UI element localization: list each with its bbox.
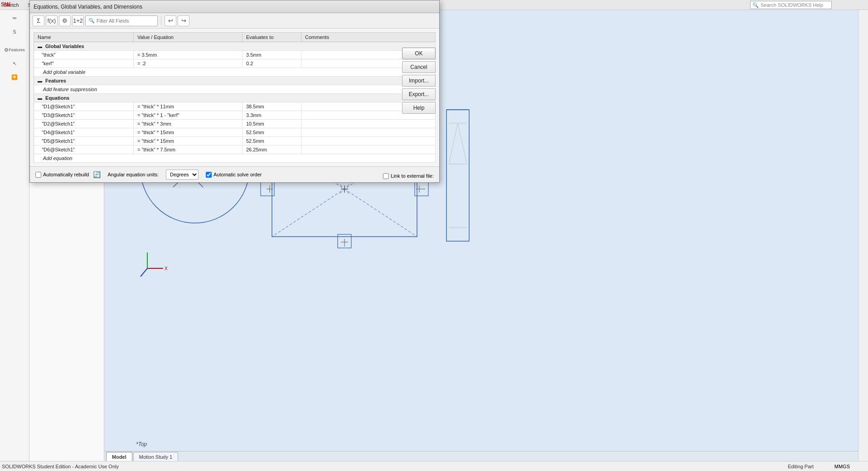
cell-d1-eq: = "thick" * 11mm [134,102,242,111]
collapse-global-icon: ▬ [38,44,42,49]
export-button[interactable]: Export... [402,88,436,100]
tab-bar: Model Motion Study 1 [104,451,858,461]
dialog-title: Equations, Global Variables, and Dimensi… [34,4,436,10]
filter-field[interactable]: 🔍 Filter All Fields [85,15,158,26]
section-global-vars: ▬ Global Variables [34,42,436,51]
toolbar-btn-sigma[interactable]: Σ [33,15,44,26]
svg-line-33 [458,123,467,164]
features-label: Features [9,48,25,52]
cell-d2-eval: 10.5mm [242,120,301,128]
dialog-toolbar: Σ f(x) ⚙ 1+2 🔍 Filter All Fields ↩ ↪ [30,13,439,29]
row-d2sketch1[interactable]: "D2@Sketch1" = "thick" * 3mm 10.5mm [34,120,436,128]
toolbar-redo[interactable]: ↪ [178,15,189,26]
cell-d6-eq: = "thick" * 7.5mm [134,146,242,154]
auto-solve-checkbox-label[interactable]: Automatic solve order [206,172,262,178]
left-sidebar: ✏ S ⚙ Features ↖ 🔽 [0,10,29,461]
cell-d1-name: "D1@Sketch1" [34,102,134,111]
search-box[interactable]: 🔍 Search SOLIDWORKS Help [750,1,832,9]
cell-d4-eq: = "thick" * 15mm [134,128,242,137]
col-equation: Value / Equation [134,33,242,42]
toolbar-btn-12[interactable]: 1+2 [72,15,84,26]
section-global-label: Global Variables [45,44,84,49]
rebuild-icon: 🔄 [93,171,101,178]
cell-d3-name: "D3@Sketch1" [34,111,134,120]
add-global-row[interactable]: Add global variable [34,68,436,77]
link-external-label[interactable]: Link to external file: [383,173,434,179]
sidebar-features[interactable]: ⚙ Features [5,44,24,56]
cell-kerf-eval: 0.2 [242,59,301,68]
add-feature-label: Add feature suppression [43,87,97,92]
cell-d1-eval: 38.5mm [242,102,301,111]
row-d1sketch1[interactable]: "D1@Sketch1" = "thick" * 11mm 38.5mm [34,102,436,111]
cell-d2-name: "D2@Sketch1" [34,120,134,128]
editing-status: Editing Part [788,464,814,469]
cell-thick-eval: 3.5mm [242,51,301,59]
add-equation-row[interactable]: Add equation [34,154,436,163]
table-header-row: Name Value / Equation Evaluates to Comme… [34,33,436,42]
equations-dialog: Equations, Global Variables, and Dimensi… [29,0,440,183]
auto-rebuild-label: Automatically rebuild [43,172,89,177]
auto-rebuild-checkbox[interactable] [35,172,41,178]
row-d6sketch1[interactable]: "D6@Sketch1" = "thick" * 7.5mm 26.25mm [34,146,436,154]
right-panel [858,10,868,461]
cell-d2-comment [301,120,436,128]
cell-d2-eq: = "thick" * 3mm [134,120,242,128]
svg-rect-28 [446,110,469,241]
cell-d4-name: "D4@Sketch1" [34,128,134,137]
link-external-checkbox[interactable] [383,173,389,179]
sidebar-sketch[interactable]: ✏ [5,12,24,24]
tab-model[interactable]: Model [106,452,132,461]
cancel-button[interactable]: Cancel [402,61,436,73]
dialog-side-buttons: OK Cancel Import... Export... Help [398,44,439,117]
angular-units-dropdown[interactable]: Degrees Radians [166,170,199,180]
cell-d5-comment [301,137,436,146]
add-equation-label: Add equation [43,155,73,161]
add-feature-row[interactable]: Add feature suppression [34,85,436,94]
section-equations-label: Equations [45,95,69,101]
toolbar-undo[interactable]: ↩ [165,15,176,26]
row-d5sketch1[interactable]: "D5@Sketch1" = "thick" * 15mm 52.5mm [34,137,436,146]
filter-icon: 🔍 [88,18,95,24]
svg-line-38 [141,268,147,277]
import-button[interactable]: Import... [402,75,436,87]
dialog-content: Name Value / Equation Evaluates to Comme… [30,29,439,166]
collapse-features-icon: ▬ [38,78,42,83]
search-icon: 🔍 [752,2,759,8]
help-button[interactable]: Help [402,102,436,114]
sidebar-smart[interactable]: S [5,25,24,38]
cell-d5-name: "D5@Sketch1" [34,137,134,146]
auto-solve-label: Automatic solve order [213,172,262,177]
cell-thick-name: "thick" [34,51,134,59]
axis-label: *Top [136,441,147,447]
cell-d4-comment [301,128,436,137]
col-evaluates: Evaluates to [242,33,301,42]
dialog-title-bar[interactable]: Equations, Global Variables, and Dimensi… [30,0,439,13]
ok-button[interactable]: OK [402,48,436,59]
cell-d6-name: "D6@Sketch1" [34,146,134,154]
tab-motion-study[interactable]: Motion Study 1 [133,452,178,461]
features-icon: ⚙ [4,47,9,53]
units-label: MMGS [834,464,850,469]
bottom-bar: SOLIDWORKS Student Edition - Academic Us… [0,461,868,471]
row-d3sketch1[interactable]: "D3@Sketch1" = "thick" * 1 - "kerf" 3.3m… [34,111,436,120]
cell-d6-eval: 26.25mm [242,146,301,154]
sidebar-select[interactable]: ↖ [5,57,24,70]
cell-d4-eval: 52.5mm [242,128,301,137]
row-thick[interactable]: "thick" = 3.5mm 3.5mm [34,51,436,59]
cell-d5-eval: 52.5mm [242,137,301,146]
section-features-label: Features [45,78,66,83]
toolbar-btn-gear[interactable]: ⚙ [59,15,71,26]
add-global-label: Add global variable [43,69,86,75]
toolbar-btn-fx[interactable]: f(x) [46,15,58,26]
cell-kerf-name: "kerf" [34,59,134,68]
collapse-equations-icon: ▬ [38,96,42,101]
auto-solve-checkbox[interactable] [206,172,212,178]
search-placeholder: Search SOLIDWORKS Help [761,2,823,8]
auto-rebuild-checkbox-label[interactable]: Automatically rebuild 🔄 [35,171,101,178]
sidebar-filter[interactable]: 🔽 [5,71,24,83]
filter-placeholder: Filter All Fields [97,18,129,24]
svg-text:X: X [165,266,168,271]
row-kerf[interactable]: "kerf" = .2 0.2 [34,59,436,68]
row-d4sketch1[interactable]: "D4@Sketch1" = "thick" * 15mm 52.5mm [34,128,436,137]
col-comments: Comments [301,33,436,42]
